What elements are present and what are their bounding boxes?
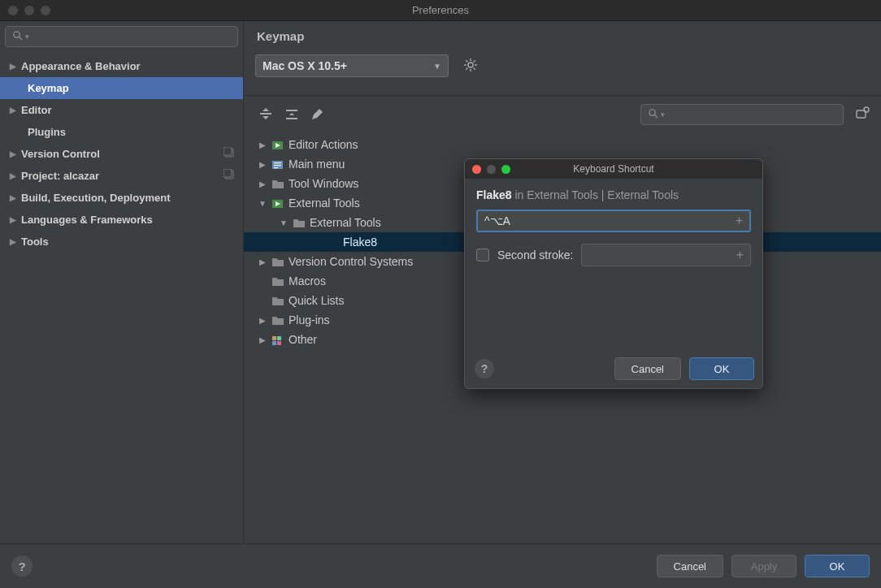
sidebar-item-project[interactable]: ▶Project: alcazar [0, 165, 243, 187]
second-stroke-label: Second stroke: [497, 249, 573, 262]
search-icon [648, 108, 658, 121]
project-badge-icon [224, 147, 235, 161]
collapse-all-icon[interactable] [284, 107, 299, 122]
sidebar-item-keymap[interactable]: Keymap [0, 77, 243, 99]
sidebar-item-appearance[interactable]: ▶Appearance & Behavior [0, 55, 243, 77]
first-stroke-value: ^⌥A [484, 214, 510, 227]
second-stroke-input[interactable]: + [581, 244, 751, 266]
modal-titlebar: Keyboard Shortcut [465, 159, 762, 179]
sidebar-search-input[interactable]: ▾ [5, 26, 238, 47]
gear-icon[interactable] [463, 58, 478, 75]
pencil-icon[interactable] [310, 107, 325, 122]
chevron-down-icon: ▼ [433, 62, 441, 71]
tree-item-editor-actions[interactable]: ▶Editor Actions [244, 135, 881, 154]
shortcut-action-name: Flake8 [476, 188, 512, 201]
separator [244, 95, 881, 96]
keymap-scheme-value: Mac OS X 10.5+ [263, 59, 347, 72]
sidebar-item-editor[interactable]: ▶Editor [0, 99, 243, 121]
keyboard-shortcut-dialog: Keyboard Shortcut Flake8 in External Too… [464, 158, 763, 389]
sidebar-item-languages[interactable]: ▶Languages & Frameworks [0, 209, 243, 231]
actions-search-input[interactable]: ▾ [640, 104, 844, 125]
shortcut-context: Flake8 in External Tools | External Tool… [476, 188, 751, 201]
modal-ok-button[interactable]: OK [689, 357, 754, 380]
modal-title: Keyboard Shortcut [465, 163, 762, 175]
ok-button[interactable]: OK [805, 555, 870, 577]
apply-button[interactable]: Apply [731, 555, 796, 577]
sidebar-item-plugins[interactable]: Plugins [0, 121, 243, 143]
search-icon [12, 30, 23, 43]
first-stroke-input[interactable]: ^⌥A + [476, 210, 751, 232]
page-title: Keymap [257, 29, 870, 43]
expand-all-icon[interactable] [258, 107, 273, 122]
dialog-footer: ? Cancel Apply OK [0, 543, 881, 588]
find-by-shortcut-icon[interactable] [855, 106, 870, 123]
sidebar-item-vcs[interactable]: ▶Version Control [0, 143, 243, 165]
cancel-button[interactable]: Cancel [657, 555, 723, 577]
sidebar-item-tools[interactable]: ▶Tools [0, 231, 243, 253]
window-title: Preferences [0, 4, 881, 16]
settings-tree: ▶Appearance & Behavior Keymap ▶Editor Pl… [0, 52, 243, 253]
help-button[interactable]: ? [11, 556, 33, 577]
window-titlebar: Preferences [0, 0, 881, 21]
project-badge-icon [224, 169, 235, 183]
modal-help-button[interactable]: ? [475, 359, 494, 378]
plus-icon[interactable]: + [736, 248, 744, 262]
second-stroke-checkbox[interactable] [476, 249, 489, 262]
modal-cancel-button[interactable]: Cancel [614, 357, 681, 380]
keymap-scheme-combo[interactable]: Mac OS X 10.5+ ▼ [255, 54, 449, 77]
plus-icon[interactable]: + [736, 214, 743, 228]
settings-sidebar: ▾ ▶Appearance & Behavior Keymap ▶Editor … [0, 21, 244, 543]
sidebar-item-build[interactable]: ▶Build, Execution, Deployment [0, 187, 243, 209]
